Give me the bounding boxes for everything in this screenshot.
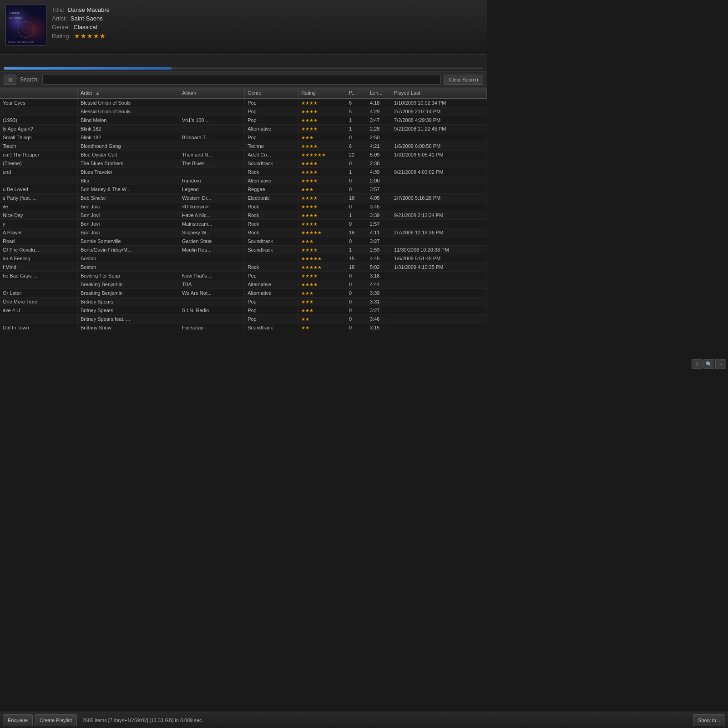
table-row[interactable]: ly Age Again?Blink 182Alternative★★★★12:… xyxy=(0,125,487,133)
table-row[interactable]: an A FeelingBoston★★★★★154:451/6/2009 5:… xyxy=(0,254,487,263)
cell-rating: ★★★ xyxy=(298,306,346,315)
clear-search-button[interactable]: Clear Search xyxy=(444,75,483,85)
table-row[interactable]: Breaking BenjaminTBAAlternative★★★★04:44 xyxy=(0,280,487,289)
cell-title: Road xyxy=(0,237,77,246)
cell-genre: Pop xyxy=(245,98,298,107)
table-row[interactable]: Blessid Union of SoulsPop★★★★54:292/7/20… xyxy=(0,107,487,116)
rating-stars: ★★★★★ xyxy=(74,32,106,40)
cell-rating: ★★★★★ xyxy=(298,263,346,272)
cell-artist: Bob Marley & The W... xyxy=(77,185,179,194)
table-row[interactable]: Britney Spears feat. ...Pop★★03:46 xyxy=(0,315,487,324)
cell-title: Of The Revolu... xyxy=(0,246,77,254)
col-header-length[interactable]: Len... xyxy=(367,88,391,98)
cell-length: 3:15 xyxy=(367,324,391,332)
artist-value: Saint-Saens xyxy=(71,15,103,22)
cell-artist: Bonnie Somerville xyxy=(77,237,179,246)
cell-title: an A Feeling xyxy=(0,254,77,263)
table-row[interactable]: s Party (feat. ...Bob SinclarWestern Dr.… xyxy=(0,194,487,202)
cell-rating: ★★★★ xyxy=(298,142,346,151)
cell-artist: Blink 182 xyxy=(77,133,179,142)
search-label: Search: xyxy=(20,76,39,83)
table-row[interactable]: f MindBostonRock★★★★★185:021/31/2009 4:1… xyxy=(0,263,487,272)
tracks-table-container[interactable]: Artist ▲ Album Genre Rating P... Len... … xyxy=(0,88,487,491)
stars-filled: ★★★★ xyxy=(301,126,318,131)
col-header-artist[interactable]: Artist ▲ xyxy=(77,88,179,98)
cell-played-last xyxy=(391,289,487,298)
cell-artist: Breaking Benjamin xyxy=(77,280,179,289)
table-row[interactable]: undBlues TravelerRock★★★★14:399/21/2008 … xyxy=(0,168,487,177)
table-row[interactable]: ave 4 UBritney SpearsS.I.N. RadioPop★★★0… xyxy=(0,306,487,315)
cell-genre: Reggae xyxy=(245,185,298,194)
table-row[interactable]: (1993)Blind MelonVh1's 100 ...Pop★★★★13:… xyxy=(0,116,487,125)
cell-album: We Are Not... xyxy=(179,289,244,298)
cell-artist: Blind Melon xyxy=(77,116,179,125)
table-row[interactable]: A PrayerBon JoviSlippery W...Rock★★★★★16… xyxy=(0,228,487,237)
table-row[interactable]: ear) The ReaperBlue Oyster CultThen and … xyxy=(0,151,487,159)
col-header-title[interactable] xyxy=(0,88,77,98)
col-header-album[interactable]: Album xyxy=(179,88,244,98)
cell-played-last: 9/21/2008 11:22:45 PM xyxy=(391,125,487,133)
cell-length: 4:44 xyxy=(367,280,391,289)
cell-played: 0 xyxy=(346,202,367,211)
title-line: Title: Danse Macabre xyxy=(52,6,481,13)
table-row[interactable]: he Bad Guys ...Bowling For SoupNow That'… xyxy=(0,272,487,280)
cell-played: 0 xyxy=(346,280,367,289)
cell-album xyxy=(179,254,244,263)
table-row[interactable]: Of The Revolu...Bono/Gavin Friday/M...Mo… xyxy=(0,246,487,254)
cell-album xyxy=(179,142,244,151)
cell-length: 3:27 xyxy=(367,306,391,315)
table-row[interactable]: TouchBloodhound GangTechno★★★★64:211/6/2… xyxy=(0,142,487,151)
table-row[interactable]: ifeBon Jovi<Unknown>Rock★★★★03:45 xyxy=(0,202,487,211)
cell-played-last xyxy=(391,177,487,185)
cell-genre: Alternative xyxy=(245,125,298,133)
svg-text:DANSE: DANSE xyxy=(10,11,20,15)
table-row[interactable]: u Be LovedBob Marley & The W...LegendReg… xyxy=(0,185,487,194)
cell-played-last: 1/6/2009 6:00:50 PM xyxy=(391,142,487,151)
cell-played: 18 xyxy=(346,194,367,202)
cell-album xyxy=(179,98,244,107)
stars-filled: ★★★★ xyxy=(301,161,318,166)
col-header-rating[interactable]: Rating xyxy=(298,88,346,98)
cell-played-last xyxy=(391,220,487,228)
cell-genre: Pop xyxy=(245,306,298,315)
table-row[interactable]: Small ThingsBlink 182Billboard T...Pop★★… xyxy=(0,133,487,142)
cell-rating: ★★★★ xyxy=(298,220,346,228)
stars-filled: ★★★ xyxy=(301,187,313,192)
table-row[interactable]: One More TimeBritney SpearsPop★★★03:31 xyxy=(0,298,487,306)
svg-text:Danse Macabre 2000: Danse Macabre 2000 xyxy=(8,40,34,43)
table-row[interactable]: (Theme)The Blues BrothersThe Blues ...So… xyxy=(0,159,487,168)
grid-view-button[interactable]: ⊞ xyxy=(4,75,16,85)
search-input[interactable] xyxy=(42,75,440,85)
cell-genre: Pop xyxy=(245,133,298,142)
cell-artist: Blue Oyster Cult xyxy=(77,151,179,159)
table-row[interactable]: BlurRandomAlternative★★★★02:00 xyxy=(0,177,487,185)
cell-played-last xyxy=(391,306,487,315)
cell-played: 6 xyxy=(346,98,367,107)
table-row[interactable]: Or LaterBreaking BenjaminWe Are Not...Al… xyxy=(0,289,487,298)
cell-title: ife xyxy=(0,202,77,211)
cell-artist: Blues Traveler xyxy=(77,168,179,177)
table-row[interactable]: Nice DayBon JoviHave A Nic...Rock★★★★13:… xyxy=(0,211,487,220)
cell-title: ly Age Again? xyxy=(0,125,77,133)
cell-played: 1 xyxy=(346,125,367,133)
cell-title xyxy=(0,107,77,116)
col-header-playedlast[interactable]: Played Last xyxy=(391,88,487,98)
cell-played-last: 9/21/2008 4:03:02 PM xyxy=(391,168,487,177)
cell-genre: Rock xyxy=(245,263,298,272)
cell-genre: Rock xyxy=(245,211,298,220)
cell-artist: Britney Spears feat. ... xyxy=(77,315,179,324)
col-header-played[interactable]: P... xyxy=(346,88,367,98)
table-row[interactable]: Your EyesBlessid Union of SoulsPop★★★★64… xyxy=(0,98,487,107)
cell-rating: ★★★★ xyxy=(298,159,346,168)
table-row[interactable]: RoadBonnie SomervilleGarden StateSoundtr… xyxy=(0,237,487,246)
cell-rating: ★★★★ xyxy=(298,211,346,220)
table-row[interactable]: Girl In TownBrittany SnowHairspray:Sound… xyxy=(0,324,487,332)
cell-genre: Soundtrack xyxy=(245,237,298,246)
progress-bar-area[interactable] xyxy=(0,66,487,71)
cell-title: A Prayer xyxy=(0,228,77,237)
stars-filled: ★★★ xyxy=(301,291,313,296)
col-header-genre[interactable]: Genre xyxy=(245,88,298,98)
cell-album: TBA xyxy=(179,280,244,289)
stars-filled: ★★★★ xyxy=(301,273,318,278)
table-row[interactable]: yBon JoviMainstream...Rock★★★★02:57 xyxy=(0,220,487,228)
